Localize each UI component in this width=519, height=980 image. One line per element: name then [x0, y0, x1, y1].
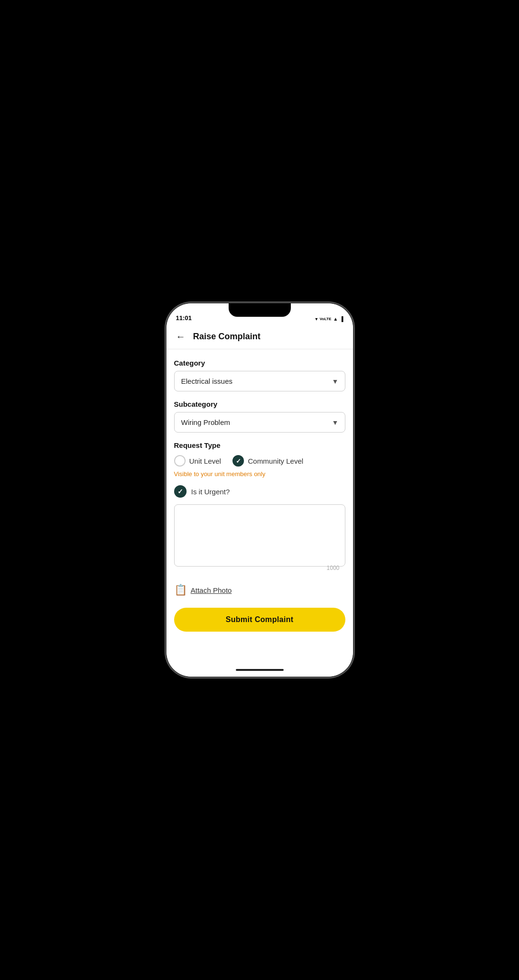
submit-complaint-button[interactable]: Submit Complaint [174, 608, 345, 632]
unit-level-option[interactable]: Unit Level [174, 455, 221, 467]
char-count: 1000 [327, 565, 340, 571]
home-bar [166, 663, 353, 677]
category-dropdown-wrapper: Electrical issues Plumbing Structural Ot… [174, 371, 345, 391]
back-button[interactable]: ← [174, 329, 188, 344]
status-time: 11:01 [176, 314, 192, 322]
attach-photo-label: Attach Photo [191, 586, 232, 594]
battery-icon: ▐ [340, 316, 343, 322]
home-indicator [236, 669, 284, 671]
request-type-label: Request Type [174, 441, 345, 449]
attach-photo-row[interactable]: 📋 Attach Photo [174, 584, 345, 596]
signal-icon: ▲ [333, 316, 338, 322]
description-wrapper: 1000 [174, 504, 345, 576]
unit-level-radio[interactable] [174, 455, 186, 467]
category-label: Category [174, 359, 345, 367]
subcategory-select[interactable]: Wiring Problem Power Outage Short Circui… [174, 412, 345, 433]
unit-level-label: Unit Level [189, 457, 221, 465]
nav-bar: ← Raise Complaint [166, 324, 353, 349]
community-level-label: Community Level [248, 457, 303, 465]
status-icons: ▾ VoLTE ▲ ▐ [315, 316, 343, 322]
volte-icon: VoLTE [320, 317, 331, 321]
visibility-note: Visible to your unit members only [174, 470, 345, 478]
subcategory-dropdown-wrapper: Wiring Problem Power Outage Short Circui… [174, 412, 345, 433]
attach-icon: 📋 [174, 584, 187, 596]
page-title: Raise Complaint [193, 332, 261, 342]
community-level-option[interactable]: Community Level [232, 455, 303, 467]
description-textarea[interactable] [174, 504, 345, 567]
subcategory-label: Subcategory [174, 400, 345, 408]
form-content: Category Electrical issues Plumbing Stru… [166, 349, 353, 663]
request-type-group: Unit Level Community Level [174, 455, 345, 467]
community-level-radio[interactable] [232, 455, 244, 467]
wifi-icon: ▾ [315, 316, 318, 322]
category-select[interactable]: Electrical issues Plumbing Structural Ot… [174, 371, 345, 391]
urgent-label: Is it Urgent? [191, 488, 230, 496]
urgent-checkbox[interactable] [174, 485, 187, 498]
urgent-row[interactable]: Is it Urgent? [174, 485, 345, 498]
